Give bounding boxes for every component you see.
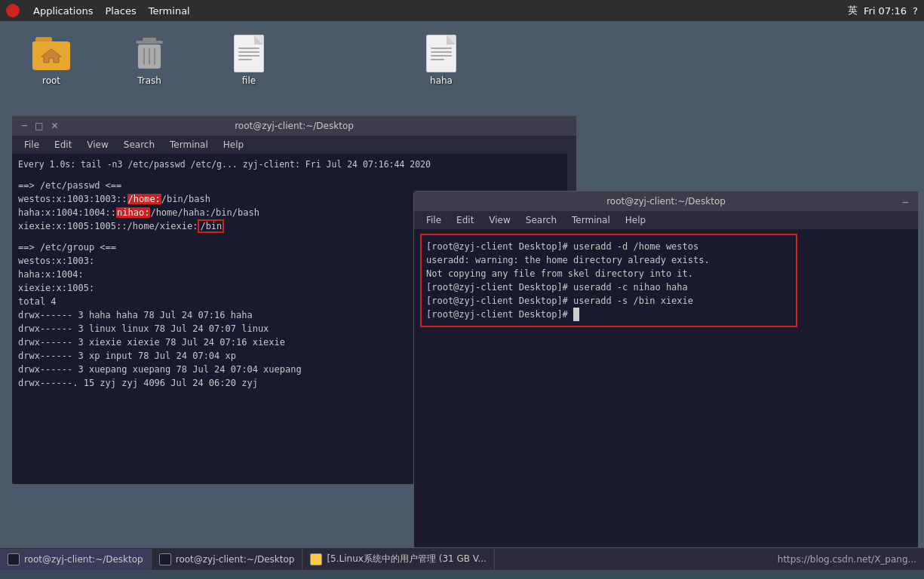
terminal-left-title: root@zyj-client:~/Desktop (235, 121, 354, 131)
taskbar-item-3[interactable]: [5.Linux系统中的用户管理 (31 GB V... (302, 549, 495, 570)
taskbar-icon-1 (8, 553, 20, 565)
terminal-menu-file-right[interactable]: File (420, 213, 447, 227)
clock: Fri 07:16 (864, 5, 907, 17)
language-indicator[interactable]: 英 (848, 4, 858, 17)
right-line-1: [root@zyj-client Desktop]# useradd -d /h… (426, 240, 791, 253)
svg-rect-2 (143, 38, 156, 42)
svg-marker-0 (41, 49, 61, 63)
highlight-nihao: nihao: (116, 207, 150, 218)
highlight-bin: /bin (198, 219, 224, 233)
minimize-button-right[interactable]: ─ (901, 198, 910, 208)
menubar-applications[interactable]: Applications (27, 4, 99, 18)
desktop-icon-haha[interactable]: haha (411, 35, 471, 86)
terminal-menu-view-left[interactable]: View (81, 138, 114, 152)
menubar-right: 英 Fri 07:16 ? (848, 4, 918, 17)
taskbar-icon-3 (310, 553, 322, 565)
right-line-3: Not copying any file from skel directory… (426, 267, 791, 280)
taskbar-item-1[interactable]: root@zyj-client:~/Desktop (0, 549, 152, 570)
menubar-terminal[interactable]: Terminal (143, 4, 196, 18)
maximize-button-left[interactable]: □ (32, 121, 45, 131)
desktop-icon-haha-label: haha (430, 75, 453, 86)
right-line-2: useradd: warning: the home directory alr… (426, 253, 791, 267)
taskbar-label-2: root@zyj-client:~/Desktop (176, 554, 295, 565)
desktop-icon-file-label: file (242, 75, 256, 86)
command-output-box: [root@zyj-client Desktop]# useradd -d /h… (420, 234, 797, 327)
taskbar-label-3: [5.Linux系统中的用户管理 (31 GB V... (327, 553, 487, 565)
highlight-home: /home: (127, 194, 161, 204)
taskbar-item-2[interactable]: root@zyj-client:~/Desktop (152, 549, 303, 570)
file-icon-file (230, 35, 268, 72)
right-line-4: [root@zyj-client Desktop]# useradd -c ni… (426, 280, 791, 294)
terminal-line-1: Every 1.0s: tail -n3 /etc/passwd /etc/g.… (18, 158, 570, 171)
terminal-menu-help-left[interactable]: Help (217, 138, 250, 152)
desktop-icon-trash-label: Trash (137, 75, 161, 86)
desktop-icon-root-label: root (42, 75, 60, 86)
terminal-right-content[interactable]: [root@zyj-client Desktop]# useradd -d /h… (414, 229, 918, 567)
file-icon-haha (422, 35, 460, 72)
terminal-menu-search-left[interactable]: Search (118, 138, 161, 152)
apple-logo (6, 4, 20, 17)
titlebar-right-controls: ─ (901, 195, 910, 209)
menubar: Applications Places Terminal 英 Fri 07:16… (0, 0, 924, 21)
titlebar-left-controls: ─ □ ✕ (20, 121, 61, 131)
right-line-5: [root@zyj-client Desktop]# useradd -s /b… (426, 294, 791, 308)
terminal-right-title: root@zyj-client:~/Desktop (606, 196, 726, 207)
desktop: root Trash (0, 21, 924, 570)
terminal-menu-terminal-right[interactable]: Terminal (566, 213, 616, 227)
terminal-menu-file-left[interactable]: File (18, 138, 45, 152)
terminal-menu-help-right[interactable]: Help (619, 213, 652, 227)
taskbar-label-1: root@zyj-client:~/Desktop (24, 554, 143, 565)
close-button-left[interactable]: ✕ (49, 121, 61, 131)
desktop-icon-root[interactable]: root (21, 35, 81, 86)
trash-icon (130, 35, 168, 72)
power-icon[interactable]: ? (913, 5, 918, 17)
menubar-places[interactable]: Places (99, 4, 142, 18)
terminal-left-menu: File Edit View Search Terminal Help (12, 136, 576, 154)
desktop-icon-trash[interactable]: Trash (119, 35, 180, 86)
terminal-menu-edit-right[interactable]: Edit (450, 213, 480, 227)
terminal-menu-view-right[interactable]: View (483, 213, 516, 227)
terminal-menu-terminal-left[interactable]: Terminal (164, 138, 214, 152)
terminal-right-titlebar: root@zyj-client:~/Desktop ─ (414, 191, 918, 211)
taskbar-url: https://blog.csdn.net/X_pang... (770, 554, 924, 565)
taskbar-icon-2 (159, 553, 171, 565)
desktop-icon-file[interactable]: file (219, 35, 279, 86)
taskbar: root@zyj-client:~/Desktop root@zyj-clien… (0, 547, 924, 570)
terminal-menu-edit-left[interactable]: Edit (48, 138, 78, 152)
terminal-left-titlebar: ─ □ ✕ root@zyj-client:~/Desktop (12, 116, 576, 136)
right-line-6: [root@zyj-client Desktop]# (426, 308, 791, 321)
terminal-right-menu: File Edit View Search Terminal Help (414, 211, 918, 229)
minimize-button-left[interactable]: ─ (20, 121, 29, 131)
terminal-menu-search-right[interactable]: Search (520, 213, 563, 227)
folder-icon-root (32, 35, 70, 72)
terminal-right: root@zyj-client:~/Desktop ─ File Edit Vi… (413, 191, 919, 568)
